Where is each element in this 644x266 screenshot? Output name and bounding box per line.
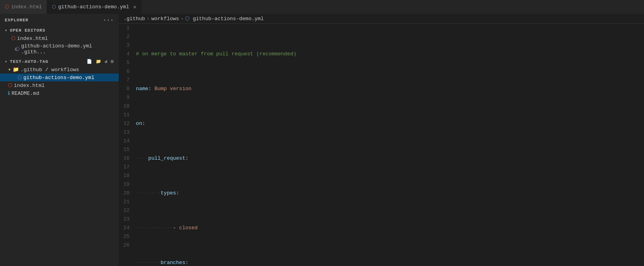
code-line-2: name: Bump version	[136, 85, 636, 93]
collapse-icon[interactable]: ⊟	[111, 59, 114, 64]
breadcrumb: .github › workflows › ⬡ github-actions-d…	[119, 14, 644, 24]
open-editor-github-actions-yml[interactable]: ✕ ⬡ github-actions-demo.yml .gith...	[0, 42, 119, 56]
code-line-5: ········types:	[136, 189, 636, 198]
filename: github-actions-demo.yml	[23, 75, 94, 81]
code-line-1: # on merge to master from pull request (…	[136, 50, 636, 58]
code-line-4: ····pull_request:	[136, 154, 636, 163]
open-editor-filename: github-actions-demo.yml .gith...	[21, 43, 119, 55]
close-open-editor-button[interactable]: ✕	[14, 46, 17, 53]
chevron-down-icon: ▾	[8, 66, 11, 73]
breadcrumb-part: workflows	[151, 16, 179, 22]
sidebar-header-icons: ···	[103, 17, 114, 23]
tab-github-actions-yml[interactable]: ⬡ github-actions-demo.yml ✕	[47, 0, 142, 14]
yml-file-icon: ⬡	[17, 74, 22, 81]
code-content[interactable]: # on merge to master from pull request (…	[136, 24, 644, 266]
file-github-actions-yml[interactable]: ⬡ github-actions-demo.yml	[0, 74, 119, 81]
more-options-icon[interactable]: ···	[103, 17, 114, 23]
breadcrumb-part: .github	[123, 16, 145, 22]
line-numbers: 123456 789101112 131415161718 1920212223…	[119, 24, 136, 266]
folder-name: .github / workflows	[21, 67, 79, 73]
html-file-icon: ⬡	[5, 4, 9, 10]
file-readme-md[interactable]: ℹ README.md	[0, 89, 119, 97]
main-area: EXPLORER ··· ▾ OPEN EDITORS ⬡ index.html…	[0, 14, 644, 266]
open-editor-index-html[interactable]: ⬡ index.html	[0, 34, 119, 42]
filename: index.html	[14, 83, 45, 89]
breadcrumb-separator: ›	[147, 16, 150, 22]
breadcrumb-separator: ›	[181, 16, 184, 22]
sidebar-title: EXPLORER ···	[0, 14, 119, 26]
file-index-html[interactable]: ⬡ index.html	[0, 81, 119, 89]
chevron-down-icon: ▾	[5, 59, 8, 64]
tab-label: github-actions-demo.yml	[58, 4, 129, 10]
folder-github-workflows[interactable]: ▾ 📁 .github / workflows	[0, 66, 119, 74]
new-file-icon[interactable]: 📄	[87, 59, 93, 64]
code-line-3: on:	[136, 119, 636, 128]
open-editors-section[interactable]: ▾ OPEN EDITORS	[0, 26, 119, 34]
html-file-icon: ⬡	[11, 35, 15, 42]
tab-label: index.html	[11, 4, 42, 10]
tab-bar: ⬡ index.html ⬡ github-actions-demo.yml ✕	[0, 0, 644, 14]
breadcrumb-filename: github-actions-demo.yml	[193, 16, 263, 22]
html-file-icon: ⬡	[8, 82, 12, 89]
md-file-icon: ℹ	[8, 90, 10, 96]
folder-icon: 📁	[13, 66, 19, 73]
yml-file-icon: ⬡	[52, 4, 56, 10]
refresh-icon[interactable]: ↺	[105, 59, 108, 64]
close-tab-button[interactable]: ✕	[133, 4, 136, 10]
open-editor-filename: index.html	[17, 36, 48, 42]
tab-index-html[interactable]: ⬡ index.html	[0, 0, 47, 14]
filename: README.md	[11, 91, 39, 96]
sidebar: EXPLORER ··· ▾ OPEN EDITORS ⬡ index.html…	[0, 14, 119, 266]
code-editor[interactable]: 123456 789101112 131415161718 1920212223…	[119, 24, 644, 266]
yml-breadcrumb-icon: ⬡	[185, 15, 189, 22]
chevron-down-icon: ▾	[5, 28, 8, 33]
editor-area: .github › workflows › ⬡ github-actions-d…	[119, 14, 644, 266]
repo-section[interactable]: ▾ TEST-AUTO-TAG 📄 📁 ↺ ⊟	[0, 57, 119, 66]
code-line-6: ············- closed	[136, 224, 636, 232]
code-line-7: ········branches:	[136, 258, 636, 266]
new-folder-icon[interactable]: 📁	[96, 59, 102, 64]
